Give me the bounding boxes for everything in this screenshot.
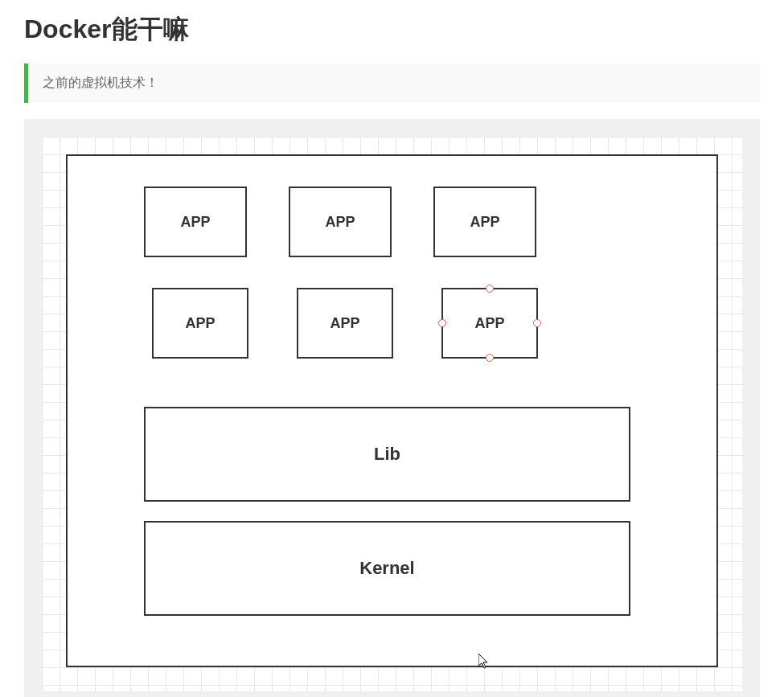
- app-box: APP: [289, 187, 392, 257]
- app-box-selected[interactable]: APP: [441, 288, 538, 359]
- app-box: APP: [297, 288, 393, 359]
- lib-box: Lib: [144, 407, 630, 502]
- app-row-1: APP APP APP: [144, 187, 640, 257]
- quote-block: 之前的虚拟机技术！: [24, 64, 760, 103]
- app-box-label: APP: [474, 315, 504, 332]
- selection-handle-left[interactable]: [438, 319, 446, 327]
- app-box: APP: [144, 187, 247, 257]
- selection-handle-right[interactable]: [533, 319, 541, 327]
- page-heading: Docker能干嘛: [24, 12, 760, 47]
- app-row-2: APP APP APP: [152, 288, 640, 359]
- diagram-grid: APP APP APP APP APP APP: [42, 137, 742, 691]
- app-box: APP: [433, 187, 536, 257]
- app-box: APP: [152, 288, 248, 359]
- quote-text: 之前的虚拟机技术！: [43, 76, 158, 89]
- diagram-container: APP APP APP APP APP APP: [24, 119, 760, 697]
- vm-outer-box: APP APP APP APP APP APP: [66, 154, 718, 667]
- selection-handle-top[interactable]: [486, 285, 494, 293]
- kernel-box: Kernel: [144, 521, 630, 616]
- selection-handle-bottom[interactable]: [486, 354, 494, 362]
